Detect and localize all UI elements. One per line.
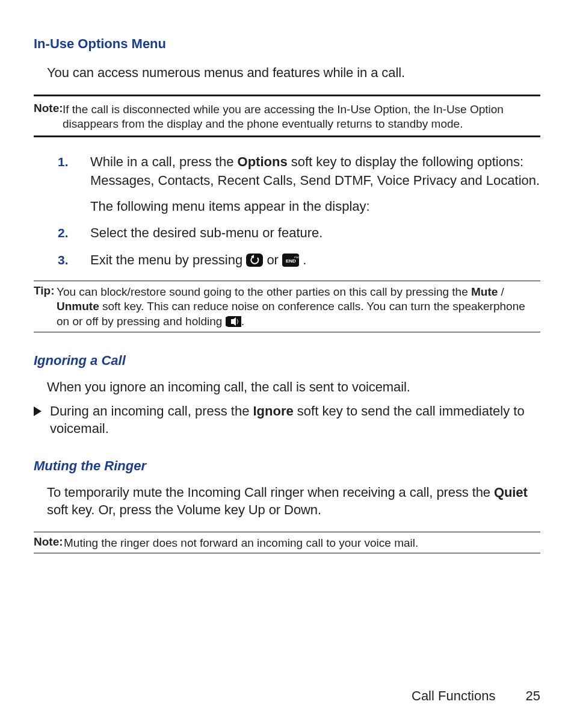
divider xyxy=(34,332,540,332)
svg-text:PWR: PWR xyxy=(294,256,299,259)
quiet-softkey-label: Quiet xyxy=(494,485,528,500)
ignoring-bullet-a: During an incoming call, press the xyxy=(50,403,253,418)
step-1: While in a call, press the Options soft … xyxy=(58,153,540,216)
muting-text-a: To temporarily mute the Incoming Call ri… xyxy=(47,485,494,500)
svg-rect-0 xyxy=(246,254,263,267)
step-2-text: Select the desired sub-menu or feature. xyxy=(90,225,322,240)
note-callout: Note: Muting the ringer does not forward… xyxy=(34,535,540,550)
page-footer: Call Functions 25 xyxy=(412,688,540,704)
note-label: Note: xyxy=(34,102,63,114)
speaker-key-icon xyxy=(226,316,241,327)
muting-text-b: soft key. Or, press the Volume key Up or… xyxy=(47,502,321,517)
step-3-end: . xyxy=(303,252,306,267)
unmute-label: Unmute xyxy=(57,300,99,313)
bullet-text: During an incoming call, press the Ignor… xyxy=(50,402,540,438)
numbered-steps: While in a call, press the Options soft … xyxy=(58,153,540,270)
svg-text:END: END xyxy=(286,258,296,264)
triangle-bullet-icon xyxy=(34,406,42,416)
tip-body: You can block/restore sound going to the… xyxy=(57,285,540,329)
note-text: Muting the ringer does not forward an in… xyxy=(64,536,540,551)
divider xyxy=(34,95,540,96)
step-3-or: or xyxy=(267,252,282,267)
heading-ignoring-call: Ignoring a Call xyxy=(34,353,540,369)
muting-text: To temporarily mute the Incoming Call ri… xyxy=(47,484,540,518)
back-key-icon xyxy=(246,254,263,267)
note-text: If the call is disconnected while you ar… xyxy=(63,102,540,132)
step-2: Select the desired sub-menu or feature. xyxy=(58,224,540,243)
tip-label: Tip: xyxy=(34,284,54,297)
ignoring-intro: When you ignore an incoming call, the ca… xyxy=(47,378,540,396)
divider xyxy=(34,532,540,532)
step-1-text-c: The following menu items appear in the d… xyxy=(90,198,540,216)
divider xyxy=(34,281,540,281)
step-3: Exit the menu by pressing or ENDPWR . xyxy=(58,251,540,270)
step-1-text-a: While in a call, press the xyxy=(90,154,238,169)
svg-rect-6 xyxy=(231,319,233,324)
options-softkey-label: Options xyxy=(238,154,288,169)
step-3-text-a: Exit the menu by pressing xyxy=(90,252,246,267)
divider xyxy=(34,553,540,553)
tip-text-a: You can block/restore sound going to the… xyxy=(57,285,471,298)
tip-text-c: . xyxy=(241,315,244,328)
footer-section: Call Functions xyxy=(412,688,495,703)
mute-label: Mute xyxy=(471,285,498,298)
note-callout: Note: If the call is disconnected while … xyxy=(34,101,540,132)
divider xyxy=(34,135,540,137)
tip-text-b: soft key. This can reduce noise on confe… xyxy=(57,300,525,328)
ignore-softkey-label: Ignore xyxy=(253,403,294,418)
intro-text: You can access numerous menus and featur… xyxy=(47,64,540,81)
note-label: Note: xyxy=(34,535,63,548)
bullet-item: During an incoming call, press the Ignor… xyxy=(34,402,540,438)
page-number: 25 xyxy=(526,688,540,703)
end-key-icon: ENDPWR xyxy=(282,254,299,267)
document-page: In-Use Options Menu You can access numer… xyxy=(0,0,574,728)
heading-muting-ringer: Muting the Ringer xyxy=(34,458,540,474)
tip-slash: / xyxy=(498,285,504,298)
tip-callout: Tip: You can block/restore sound going t… xyxy=(34,284,540,329)
heading-in-use-options: In-Use Options Menu xyxy=(34,36,540,52)
